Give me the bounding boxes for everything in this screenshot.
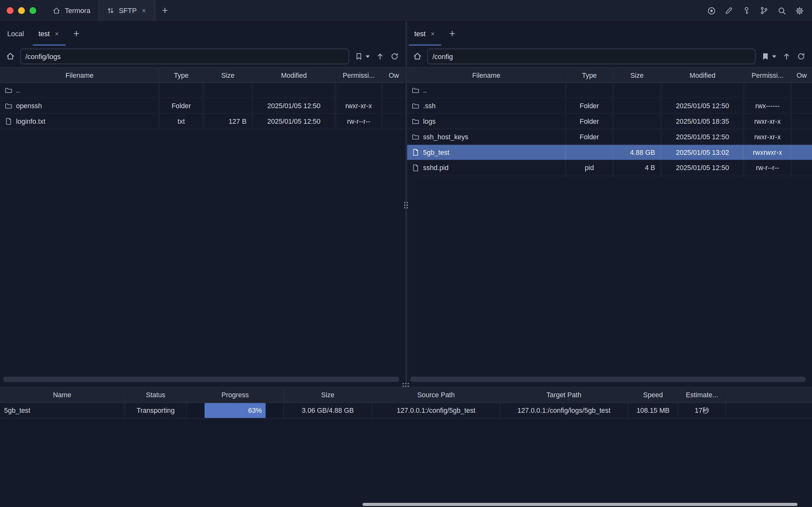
- left-refresh-button[interactable]: [389, 51, 399, 61]
- file-owner: [791, 160, 812, 175]
- tab-termora[interactable]: Termora: [45, 0, 98, 21]
- transfer-source-path: 127.0.0.1:/config/5gb_test: [372, 403, 500, 418]
- transfer-size: 3.06 GB/4.88 GB: [284, 403, 372, 418]
- file-name: openssh: [16, 102, 42, 109]
- column-header-owner[interactable]: Ow: [791, 68, 812, 82]
- transfer-column-name: Name: [0, 387, 125, 402]
- table-row[interactable]: ..: [0, 83, 405, 98]
- right-refresh-button[interactable]: [796, 51, 806, 61]
- table-row[interactable]: .ssh Folder 2025/01/05 12:50 rwx------: [407, 98, 812, 114]
- file-permissions: rwx------: [744, 98, 791, 113]
- right-horizontal-scrollbar[interactable]: [410, 377, 806, 382]
- column-header-type[interactable]: Type: [159, 68, 204, 82]
- column-header-permissions[interactable]: Permissi...: [744, 68, 791, 82]
- left-up-directory-button[interactable]: [375, 51, 385, 61]
- file-size: [613, 114, 661, 129]
- table-row[interactable]: logs Folder 2025/01/05 18:35 rwxr-xr-x: [407, 114, 812, 129]
- minimize-window-button[interactable]: [18, 7, 25, 14]
- transfer-column-status: Status: [125, 387, 187, 402]
- right-up-directory-button[interactable]: [781, 51, 791, 61]
- file-modified: 2025/01/05 12:50: [661, 98, 744, 113]
- tab-test-right-close-icon[interactable]: ×: [430, 29, 436, 38]
- tab-test-left[interactable]: test ×: [31, 21, 67, 45]
- table-row[interactable]: loginfo.txt txt 127 B 2025/01/05 12:50 r…: [0, 114, 405, 129]
- settings-button[interactable]: [795, 6, 804, 15]
- home-icon: [413, 52, 422, 61]
- left-path-input[interactable]: [20, 49, 349, 64]
- file-owner: [791, 98, 812, 113]
- folder-icon: [412, 86, 419, 94]
- folder-icon: [5, 102, 12, 109]
- tab-sftp-close-icon[interactable]: ×: [141, 6, 147, 15]
- key-button[interactable]: [742, 6, 751, 15]
- file-name: loginfo.txt: [16, 117, 45, 125]
- traffic-lights: [0, 0, 45, 21]
- new-window-tab-button[interactable]: +: [155, 0, 175, 21]
- progress-fill: 63%: [205, 403, 265, 418]
- search-button[interactable]: [777, 6, 787, 15]
- table-row-selected[interactable]: 5gb_test 4.88 GB 2025/01/05 13:02 rwxrwx…: [407, 145, 812, 161]
- zoom-window-button[interactable]: [30, 7, 36, 14]
- home-icon: [6, 52, 15, 61]
- table-row[interactable]: openssh Folder 2025/01/05 12:50 rwxr-xr-…: [0, 98, 405, 114]
- column-header-size[interactable]: Size: [613, 68, 661, 82]
- left-new-tab-button[interactable]: +: [67, 21, 86, 45]
- column-header-type[interactable]: Type: [566, 68, 613, 82]
- transfer-row[interactable]: 5gb_test Transporting 63% 3.06 GB/4.88 G…: [0, 403, 812, 418]
- tab-local[interactable]: Local: [0, 21, 31, 45]
- column-header-modified[interactable]: Modified: [661, 68, 744, 82]
- right-bookmark-button[interactable]: [760, 51, 770, 61]
- left-table-header: Filename Type Size Modified Permissi... …: [0, 67, 405, 83]
- transfer-column-estimate: Estimate...: [679, 387, 726, 402]
- right-home-button[interactable]: [412, 51, 423, 62]
- transfer-column-spacer: [726, 387, 812, 402]
- transfers-body: 5gb_test Transporting 63% 3.06 GB/4.88 G…: [0, 403, 812, 418]
- tab-termora-label: Termora: [65, 7, 91, 14]
- table-row[interactable]: sshd.pid pid 4 B 2025/01/05 12:50 rw-r--…: [407, 160, 812, 176]
- bottom-horizontal-scrollbar[interactable]: [363, 503, 797, 506]
- bookmark-filled-icon: [761, 52, 769, 61]
- column-header-permissions[interactable]: Permissi...: [335, 68, 382, 82]
- column-header-filename[interactable]: Filename: [407, 68, 566, 82]
- left-home-button[interactable]: [5, 51, 15, 62]
- right-path-input[interactable]: [427, 49, 756, 64]
- chevron-down-icon: [772, 55, 776, 58]
- right-bookmark-dropdown-button[interactable]: [772, 51, 777, 61]
- table-row[interactable]: ssh_host_keys Folder 2025/01/05 12:50 rw…: [407, 129, 812, 145]
- chevron-down-icon: [366, 55, 370, 58]
- tab-test-right[interactable]: test ×: [407, 21, 443, 45]
- file-permissions: rwxr-xr-x: [335, 98, 382, 113]
- file-owner: [382, 83, 405, 98]
- file-permissions: rwxrwxr-x: [744, 145, 791, 160]
- file-size: [204, 98, 253, 113]
- table-row[interactable]: ..: [407, 83, 812, 98]
- file-modified: 2025/01/05 12:50: [253, 114, 335, 129]
- file-size: [613, 83, 661, 98]
- edit-button[interactable]: [724, 6, 734, 15]
- transfer-status: Transporting: [125, 403, 187, 418]
- file-modified: 2025/01/05 18:35: [661, 114, 744, 129]
- transfers-panel: Name Status Progress Size Source Path Ta…: [0, 387, 812, 418]
- branch-button[interactable]: [759, 6, 769, 15]
- refresh-icon: [797, 52, 805, 61]
- tab-sftp[interactable]: SFTP ×: [98, 0, 155, 21]
- left-bookmark-dropdown-button[interactable]: [365, 51, 370, 61]
- refresh-icon: [390, 52, 398, 61]
- file-type: pid: [566, 160, 613, 175]
- left-horizontal-scrollbar[interactable]: [3, 377, 399, 382]
- column-header-owner[interactable]: Ow: [382, 68, 405, 82]
- progress-percent-label: 63%: [248, 407, 262, 414]
- record-button[interactable]: [706, 6, 716, 15]
- transfer-panel-splitter[interactable]: [0, 383, 812, 387]
- right-new-tab-button[interactable]: +: [443, 21, 461, 45]
- column-header-modified[interactable]: Modified: [253, 68, 335, 82]
- column-header-size[interactable]: Size: [204, 68, 253, 82]
- tab-test-left-close-icon[interactable]: ×: [54, 29, 60, 38]
- close-window-button[interactable]: [7, 7, 13, 14]
- file-name: ssh_host_keys: [423, 133, 468, 140]
- left-bookmark-button[interactable]: [354, 51, 364, 61]
- column-header-filename[interactable]: Filename: [0, 68, 159, 82]
- file-modified: [661, 83, 744, 98]
- file-type: [159, 83, 204, 98]
- tab-test-left-label: test: [39, 30, 50, 38]
